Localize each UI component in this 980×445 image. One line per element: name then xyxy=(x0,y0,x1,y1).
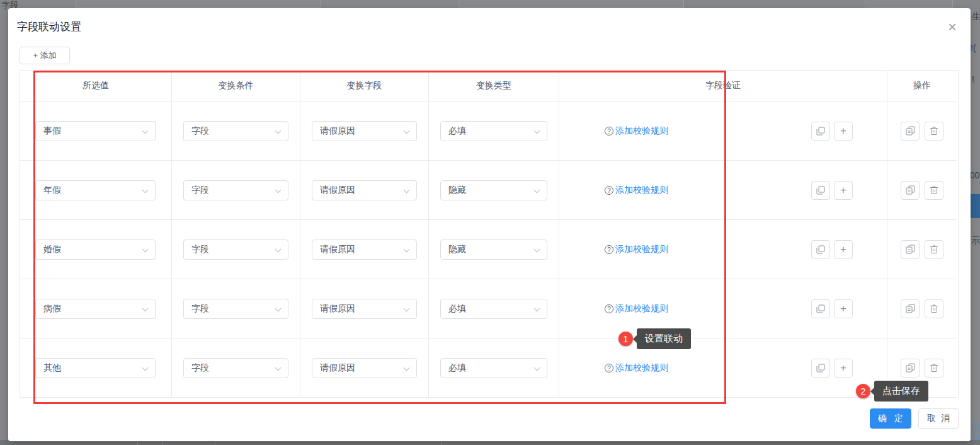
selected-value-select[interactable]: 年假 xyxy=(35,180,156,200)
field-select[interactable]: 请假原因 xyxy=(312,299,417,319)
chevron-down-icon xyxy=(404,364,410,371)
type-select[interactable]: 必填 xyxy=(440,121,547,141)
delete-row-button[interactable] xyxy=(925,181,943,200)
background-text-fragment: ! xyxy=(972,74,974,84)
cancel-button[interactable]: 取 消 xyxy=(918,408,959,429)
field-linkage-dialog: 字段联动设置 × + 添加 所选值 变换条件 变换字段 变换类型 字段验证 操作… xyxy=(8,8,971,441)
header-selected-value: 所选值 xyxy=(20,71,172,101)
duplicate-icon xyxy=(906,245,915,254)
type-select[interactable]: 隐藏 xyxy=(440,240,547,260)
copy-rule-button[interactable] xyxy=(811,359,830,378)
chevron-down-icon xyxy=(275,246,282,252)
add-button[interactable]: + 添加 xyxy=(20,47,70,64)
select-value: 字段 xyxy=(191,244,209,255)
chevron-down-icon xyxy=(275,364,282,371)
type-select[interactable]: 隐藏 xyxy=(440,180,547,200)
add-rule-link[interactable]: ?添加校验规则 xyxy=(605,303,668,315)
selected-value-select[interactable]: 婚假 xyxy=(35,240,156,260)
type-select[interactable]: 必填 xyxy=(440,358,547,378)
field-select[interactable]: 请假原因 xyxy=(312,180,417,200)
select-value: 请假原因 xyxy=(320,303,355,315)
selected-value-select[interactable]: 其他 xyxy=(35,358,156,378)
header-operation: 操作 xyxy=(887,71,957,101)
select-value: 隐藏 xyxy=(448,244,466,255)
dialog-title: 字段联动设置 xyxy=(17,20,81,34)
chevron-down-icon xyxy=(534,127,540,134)
plus-icon: + xyxy=(840,185,846,195)
add-rule-label: 添加校验规则 xyxy=(615,125,668,137)
field-select[interactable]: 请假原因 xyxy=(312,121,417,141)
select-value: 字段 xyxy=(191,125,209,137)
duplicate-row-button[interactable] xyxy=(901,299,920,318)
select-value: 年假 xyxy=(43,185,61,196)
table-row: 事假 字段 请假原因 必填 ?添加校验规则 + xyxy=(20,101,958,161)
condition-select[interactable]: 字段 xyxy=(183,358,288,378)
field-select[interactable]: 请假原因 xyxy=(312,358,417,378)
trash-icon xyxy=(930,185,938,195)
select-value: 请假原因 xyxy=(320,185,355,196)
trash-icon xyxy=(930,304,938,313)
duplicate-icon xyxy=(906,363,915,373)
condition-select[interactable]: 字段 xyxy=(183,299,288,319)
duplicate-icon xyxy=(906,304,915,313)
add-rule-button[interactable]: + xyxy=(834,359,853,378)
plus-icon: + xyxy=(840,303,846,314)
delete-row-button[interactable] xyxy=(925,299,943,318)
copy-rule-button[interactable] xyxy=(811,181,830,200)
header-validation: 字段验证 xyxy=(559,71,887,101)
selected-value-select[interactable]: 事假 xyxy=(35,121,156,141)
copy-icon xyxy=(816,364,825,373)
copy-icon xyxy=(816,127,825,136)
header-field: 变换字段 xyxy=(300,71,429,101)
copy-rule-button[interactable] xyxy=(811,299,830,318)
add-rule-button[interactable]: + xyxy=(834,240,853,259)
add-rule-link[interactable]: ?添加校验规则 xyxy=(605,125,668,137)
add-rule-link[interactable]: ?添加校验规则 xyxy=(605,185,668,196)
help-icon: ? xyxy=(605,127,613,136)
linkage-table: 所选值 变换条件 变换字段 变换类型 字段验证 操作 事假 字段 请假原因 必填… xyxy=(20,70,959,398)
add-rule-button[interactable]: + xyxy=(834,299,853,318)
copy-icon xyxy=(816,245,825,254)
duplicate-row-button[interactable] xyxy=(901,181,920,200)
delete-row-button[interactable] xyxy=(925,359,943,378)
condition-select[interactable]: 字段 xyxy=(183,180,288,200)
condition-select[interactable]: 字段 xyxy=(183,121,288,141)
plus-icon: + xyxy=(840,244,846,255)
table-header-row: 所选值 变换条件 变换字段 变换类型 字段验证 操作 xyxy=(20,71,958,101)
background-input-outline xyxy=(459,0,684,8)
select-value: 其他 xyxy=(43,362,61,374)
close-icon[interactable]: × xyxy=(948,20,957,35)
select-value: 事假 xyxy=(43,125,61,137)
condition-select[interactable]: 字段 xyxy=(183,240,288,260)
field-select[interactable]: 请假原因 xyxy=(312,240,417,260)
help-icon: ? xyxy=(605,304,613,313)
plus-icon: + xyxy=(840,125,846,136)
duplicate-row-button[interactable] xyxy=(901,240,920,259)
help-icon: ? xyxy=(605,245,613,254)
chevron-down-icon xyxy=(404,305,410,311)
selected-value-select[interactable]: 病假 xyxy=(35,299,156,319)
delete-row-button[interactable] xyxy=(925,240,943,259)
select-value: 必填 xyxy=(448,125,466,137)
copy-rule-button[interactable] xyxy=(811,122,830,141)
chevron-down-icon xyxy=(404,187,410,193)
header-condition: 变换条件 xyxy=(172,71,300,101)
duplicate-row-button[interactable] xyxy=(901,359,920,378)
add-rule-button[interactable]: + xyxy=(834,181,853,200)
add-rule-label: 添加校验规则 xyxy=(615,185,668,196)
select-value: 请假原因 xyxy=(320,244,355,255)
add-rule-link[interactable]: ?添加校验规则 xyxy=(605,362,668,374)
duplicate-icon xyxy=(906,126,915,136)
delete-row-button[interactable] xyxy=(925,122,943,141)
add-rule-button[interactable]: + xyxy=(834,122,853,141)
chevron-down-icon xyxy=(404,246,410,252)
type-select[interactable]: 必填 xyxy=(440,299,547,319)
chevron-down-icon xyxy=(275,305,282,311)
copy-rule-button[interactable] xyxy=(811,240,830,259)
confirm-button[interactable]: 确 定 xyxy=(870,408,911,429)
background-text-fragment: 示 xyxy=(971,235,980,246)
background-text-fragment: 00 xyxy=(970,170,980,180)
duplicate-row-button[interactable] xyxy=(901,122,920,141)
trash-icon xyxy=(930,126,938,136)
add-rule-link[interactable]: ?添加校验规则 xyxy=(605,244,668,255)
